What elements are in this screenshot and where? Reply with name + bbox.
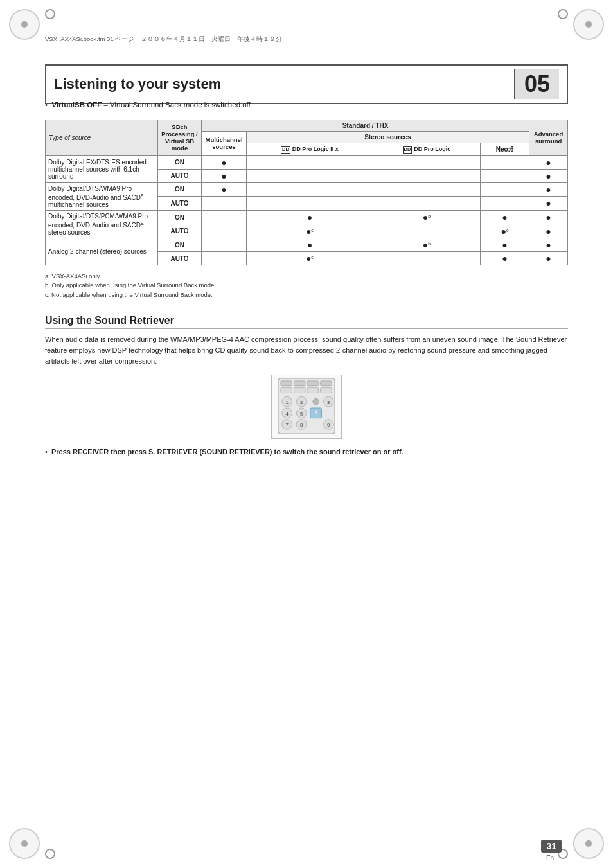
dot-advanced-2: ● [529,169,568,182]
mode-on-2: ON [158,182,202,197]
bottom-bullet-marker: • [45,448,49,456]
file-info-text: VSX_AX4ASi.book.fm 31 ページ ２００６年４月１１日 火曜日… [45,35,282,42]
dot-advanced-5: ● [529,210,568,224]
bottom-bullet-text: Press RECEIVER then press S. RETRIEVER (… [51,448,404,456]
dot-prologic2x-2 [247,169,373,182]
svg-text:9: 9 [327,422,330,428]
source-label-4: Analog 2-channel (stereo) sources [46,238,158,265]
svg-text:4: 4 [285,411,289,417]
col-header-source: Type of source [46,120,158,155]
col-header-multichannel: Multichannel sources [202,132,247,155]
col-header-sbch: SBch Processing / Virtual SB mode [158,120,202,155]
col-header-advanced: Advanced surround [529,120,568,155]
dot-multichannel-5 [202,210,247,224]
footnote-a: a. VSX-AX4ASi only. [45,272,568,281]
dot-advanced-8: ● [529,252,568,265]
bullet-vsb-off-title: VirtualSB OFF [51,101,102,109]
svg-rect-2 [294,381,305,386]
sbch-line2: Processing / [161,130,198,137]
dot-multichannel-8 [202,252,247,265]
dot-advanced-7: ● [529,238,568,252]
col-header-neo6: Neo:6 [481,143,529,155]
dot-prologic-5: ●b [373,210,480,224]
remote-control-image: 1 2 3 4 5 6 7 8 9 [271,375,342,439]
mode-on-4: ON [158,238,202,252]
svg-rect-6 [294,388,305,393]
sbch-line3: Virtual SB [165,137,194,145]
svg-text:1: 1 [285,400,288,405]
dot-prologic2x-8: ●c [247,252,373,265]
page-lang: En [538,855,562,862]
footnote-c: c. Not applicable when using the Virtual… [45,290,568,299]
mode-auto-3: AUTO [158,224,202,238]
chapter-number: 05 [514,69,559,99]
svg-text:7: 7 [285,422,288,428]
dot-advanced-6: ● [529,224,568,238]
col-header-prologic: DD DD Pro Logic [373,143,480,155]
svg-rect-1 [281,381,292,386]
dot-multichannel-2: ● [202,169,247,182]
dot-multichannel-7 [202,238,247,252]
dot-advanced-1: ● [529,155,568,169]
corner-mark-br [573,828,604,859]
corner-mark-tr [573,9,604,40]
dot-prologic-2 [373,169,480,182]
footnote-b: b. Only applicable when using the Virtua… [45,281,568,290]
col-header-stereo: Stereo sources [247,132,529,143]
svg-rect-8 [321,388,332,393]
dot-advanced-3: ● [529,182,568,197]
svg-rect-7 [307,388,319,393]
mode-on-1: ON [158,155,202,169]
prologic2x-label: DD Pro Logic II x [292,146,339,152]
mode-on-3: ON [158,210,202,224]
corner-mark-bl [9,828,40,859]
footer-reg-left [45,849,55,859]
dot-prologic2x-1 [247,155,373,169]
svg-text:8: 8 [300,422,303,428]
dot-neo6-6: ●c [481,224,529,238]
chapter-header: Listening to your system 05 [45,64,568,104]
svg-text:6: 6 [315,411,317,415]
dot-prologic-3 [373,182,480,197]
dot-neo6-2 [481,169,529,182]
source-label-2: Dolby Digital/DTS/WMA9 Pro encoded, DVD-… [46,182,158,210]
table-row: Dolby Digital/DTS/PCM/WMA9 Pro encoded, … [46,210,568,224]
dot-neo6-7: ● [481,238,529,252]
table-row: Dolby Digital/DTS/WMA9 Pro encoded, DVD-… [46,182,568,197]
dot-neo6-5: ● [481,210,529,224]
corner-mark-tl [9,9,40,40]
dot-neo6-4 [481,197,529,211]
mode-auto-1: AUTO [158,169,202,182]
dot-prologic-4 [373,197,480,211]
sbch-line4: mode [172,145,188,152]
source-table-container: Type of source SBch Processing / Virtual… [45,120,568,265]
dot-prologic2x-5: ● [247,210,373,224]
dd-logo2: DD [403,146,413,153]
source-label-1: Dolby Digital EX/DTS-ES encoded multicha… [46,155,158,182]
source-table: Type of source SBch Processing / Virtual… [45,120,568,265]
bottom-bullet-retriever: • Press RECEIVER then press S. RETRIEVER… [45,447,568,457]
mode-auto-4: AUTO [158,252,202,265]
dot-prologic2x-6: ●c [247,224,373,238]
mode-auto-2: AUTO [158,197,202,211]
sbch-line1: SBch [172,123,187,130]
svg-point-13 [313,398,319,405]
bullet-vsb-off: • VirtualSB OFF – Virtual Surround Back … [45,100,568,111]
svg-rect-4 [321,381,332,386]
dd-logo: DD [281,146,290,153]
dot-neo6-8: ● [481,252,529,265]
table-footnotes: a. VSX-AX4ASi only. b. Only applicable w… [45,272,568,299]
prologic-label: DD Pro Logic [414,146,450,152]
svg-rect-3 [307,381,319,386]
remote-image-wrapper: 1 2 3 4 5 6 7 8 9 [45,375,568,439]
dot-prologic-1 [373,155,480,169]
dot-multichannel-4 [202,197,247,211]
source-label-3: Dolby Digital/DTS/PCM/WMA9 Pro encoded, … [46,210,158,238]
dot-multichannel-3: ● [202,182,247,197]
dot-prologic-7: ●b [373,238,480,252]
main-content: • VirtualSB OFF – Virtual Surround Back … [45,100,568,457]
dot-multichannel-1: ● [202,155,247,169]
svg-text:3: 3 [327,400,330,405]
dot-prologic-8 [373,252,480,265]
page-number: 31 [541,840,562,853]
